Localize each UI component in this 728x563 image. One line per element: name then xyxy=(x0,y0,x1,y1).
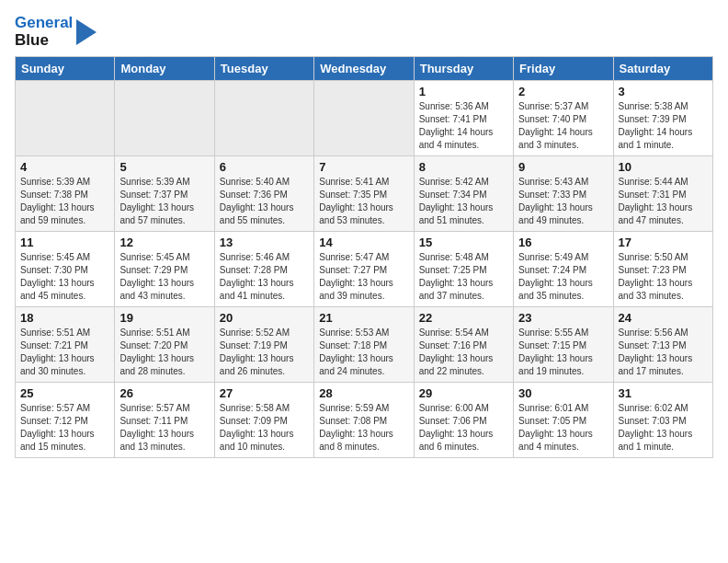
day-number: 11 xyxy=(20,236,109,249)
calendar-cell: 31Sunrise: 6:02 AMSunset: 7:03 PMDayligh… xyxy=(613,383,712,458)
calendar-cell: 21Sunrise: 5:53 AMSunset: 7:18 PMDayligh… xyxy=(314,307,414,383)
calendar-cell: 2Sunrise: 5:37 AMSunset: 7:40 PMDaylight… xyxy=(514,81,613,156)
calendar-cell: 23Sunrise: 5:55 AMSunset: 7:15 PMDayligh… xyxy=(514,307,613,383)
day-number: 2 xyxy=(518,85,608,98)
day-info: Sunrise: 5:55 AMSunset: 7:15 PMDaylight:… xyxy=(518,327,608,378)
calendar-cell: 7Sunrise: 5:41 AMSunset: 7:35 PMDaylight… xyxy=(314,156,414,232)
day-info: Sunrise: 6:00 AMSunset: 7:06 PMDaylight:… xyxy=(419,402,508,454)
day-info: Sunrise: 5:45 AMSunset: 7:30 PMDaylight:… xyxy=(20,251,109,303)
calendar-cell: 28Sunrise: 5:59 AMSunset: 7:08 PMDayligh… xyxy=(314,383,414,458)
weekday-header-friday: Friday xyxy=(514,57,613,81)
logo-arrow-icon xyxy=(76,19,97,45)
day-number: 24 xyxy=(619,311,708,325)
calendar-cell: 4Sunrise: 5:39 AMSunset: 7:38 PMDaylight… xyxy=(16,156,115,232)
logo-wrapper: General Blue xyxy=(15,15,97,49)
header: General Blue xyxy=(15,15,713,49)
day-number: 1 xyxy=(419,85,508,98)
day-info: Sunrise: 5:59 AMSunset: 7:08 PMDaylight:… xyxy=(319,402,408,454)
day-number: 3 xyxy=(619,85,708,98)
day-info: Sunrise: 5:50 AMSunset: 7:23 PMDaylight:… xyxy=(619,251,708,303)
day-info: Sunrise: 5:57 AMSunset: 7:11 PMDaylight:… xyxy=(119,402,209,454)
day-number: 7 xyxy=(319,160,408,174)
day-info: Sunrise: 5:41 AMSunset: 7:35 PMDaylight:… xyxy=(319,176,408,227)
day-number: 27 xyxy=(220,386,309,400)
calendar-cell: 14Sunrise: 5:47 AMSunset: 7:27 PMDayligh… xyxy=(314,232,414,307)
calendar-table: SundayMondayTuesdayWednesdayThursdayFrid… xyxy=(15,56,713,458)
calendar-cell xyxy=(214,81,313,156)
day-number: 12 xyxy=(119,236,209,249)
day-info: Sunrise: 5:52 AMSunset: 7:19 PMDaylight:… xyxy=(220,327,309,378)
day-number: 25 xyxy=(20,386,109,400)
calendar-cell: 18Sunrise: 5:51 AMSunset: 7:21 PMDayligh… xyxy=(16,307,115,383)
day-info: Sunrise: 5:36 AMSunset: 7:41 PMDaylight:… xyxy=(419,100,508,152)
day-info: Sunrise: 5:58 AMSunset: 7:09 PMDaylight:… xyxy=(220,402,309,454)
logo-text: General Blue xyxy=(15,15,97,49)
calendar-cell: 26Sunrise: 5:57 AMSunset: 7:11 PMDayligh… xyxy=(115,383,214,458)
day-number: 28 xyxy=(319,386,408,400)
calendar-cell: 6Sunrise: 5:40 AMSunset: 7:36 PMDaylight… xyxy=(214,156,313,232)
day-number: 23 xyxy=(518,311,608,325)
day-number: 31 xyxy=(619,386,708,400)
week-row-2: 4Sunrise: 5:39 AMSunset: 7:38 PMDaylight… xyxy=(16,156,713,232)
calendar-cell: 15Sunrise: 5:48 AMSunset: 7:25 PMDayligh… xyxy=(414,232,513,307)
calendar-cell: 27Sunrise: 5:58 AMSunset: 7:09 PMDayligh… xyxy=(214,383,313,458)
calendar-cell: 30Sunrise: 6:01 AMSunset: 7:05 PMDayligh… xyxy=(514,383,613,458)
calendar-cell: 25Sunrise: 5:57 AMSunset: 7:12 PMDayligh… xyxy=(16,383,115,458)
day-number: 16 xyxy=(518,236,608,249)
day-number: 18 xyxy=(20,311,109,325)
day-info: Sunrise: 5:47 AMSunset: 7:27 PMDaylight:… xyxy=(319,251,408,303)
day-number: 29 xyxy=(419,386,508,400)
day-info: Sunrise: 5:45 AMSunset: 7:29 PMDaylight:… xyxy=(119,251,209,303)
calendar-cell: 9Sunrise: 5:43 AMSunset: 7:33 PMDaylight… xyxy=(514,156,613,232)
day-number: 20 xyxy=(220,311,309,325)
day-info: Sunrise: 5:43 AMSunset: 7:33 PMDaylight:… xyxy=(518,176,608,227)
day-number: 19 xyxy=(119,311,209,325)
calendar-cell xyxy=(16,81,115,156)
day-number: 14 xyxy=(319,236,408,249)
day-info: Sunrise: 5:56 AMSunset: 7:13 PMDaylight:… xyxy=(619,327,708,378)
day-number: 5 xyxy=(119,160,209,174)
week-row-5: 25Sunrise: 5:57 AMSunset: 7:12 PMDayligh… xyxy=(16,383,713,458)
day-number: 13 xyxy=(220,236,309,249)
calendar-cell: 5Sunrise: 5:39 AMSunset: 7:37 PMDaylight… xyxy=(115,156,214,232)
svg-marker-0 xyxy=(76,19,97,45)
week-row-3: 11Sunrise: 5:45 AMSunset: 7:30 PMDayligh… xyxy=(16,232,713,307)
day-number: 9 xyxy=(518,160,608,174)
day-info: Sunrise: 5:44 AMSunset: 7:31 PMDaylight:… xyxy=(619,176,708,227)
weekday-header-row: SundayMondayTuesdayWednesdayThursdayFrid… xyxy=(16,57,713,81)
calendar-cell: 8Sunrise: 5:42 AMSunset: 7:34 PMDaylight… xyxy=(414,156,513,232)
calendar-cell xyxy=(314,81,414,156)
day-number: 17 xyxy=(619,236,708,249)
day-info: Sunrise: 5:46 AMSunset: 7:28 PMDaylight:… xyxy=(220,251,309,303)
day-info: Sunrise: 5:51 AMSunset: 7:21 PMDaylight:… xyxy=(20,327,109,378)
weekday-header-thursday: Thursday xyxy=(414,57,513,81)
calendar-cell: 29Sunrise: 6:00 AMSunset: 7:06 PMDayligh… xyxy=(414,383,513,458)
weekday-header-saturday: Saturday xyxy=(613,57,712,81)
day-info: Sunrise: 5:51 AMSunset: 7:20 PMDaylight:… xyxy=(119,327,209,378)
calendar-cell: 16Sunrise: 5:49 AMSunset: 7:24 PMDayligh… xyxy=(514,232,613,307)
day-info: Sunrise: 5:40 AMSunset: 7:36 PMDaylight:… xyxy=(220,176,309,227)
day-info: Sunrise: 5:42 AMSunset: 7:34 PMDaylight:… xyxy=(419,176,508,227)
day-info: Sunrise: 6:02 AMSunset: 7:03 PMDaylight:… xyxy=(619,402,708,454)
day-info: Sunrise: 6:01 AMSunset: 7:05 PMDaylight:… xyxy=(518,402,608,454)
day-info: Sunrise: 5:37 AMSunset: 7:40 PMDaylight:… xyxy=(518,100,608,152)
logo-area: General Blue xyxy=(15,15,97,49)
day-info: Sunrise: 5:39 AMSunset: 7:37 PMDaylight:… xyxy=(119,176,209,227)
calendar-cell: 1Sunrise: 5:36 AMSunset: 7:41 PMDaylight… xyxy=(414,81,513,156)
week-row-4: 18Sunrise: 5:51 AMSunset: 7:21 PMDayligh… xyxy=(16,307,713,383)
day-number: 4 xyxy=(20,160,109,174)
calendar-cell: 12Sunrise: 5:45 AMSunset: 7:29 PMDayligh… xyxy=(115,232,214,307)
week-row-1: 1Sunrise: 5:36 AMSunset: 7:41 PMDaylight… xyxy=(16,81,713,156)
calendar-cell: 3Sunrise: 5:38 AMSunset: 7:39 PMDaylight… xyxy=(613,81,712,156)
day-info: Sunrise: 5:54 AMSunset: 7:16 PMDaylight:… xyxy=(419,327,508,378)
day-number: 30 xyxy=(518,386,608,400)
logo-general: General xyxy=(15,15,73,32)
day-info: Sunrise: 5:53 AMSunset: 7:18 PMDaylight:… xyxy=(319,327,408,378)
calendar-cell: 11Sunrise: 5:45 AMSunset: 7:30 PMDayligh… xyxy=(16,232,115,307)
calendar-cell: 24Sunrise: 5:56 AMSunset: 7:13 PMDayligh… xyxy=(613,307,712,383)
day-number: 8 xyxy=(419,160,508,174)
logo-blue: Blue xyxy=(15,32,73,50)
weekday-header-tuesday: Tuesday xyxy=(214,57,313,81)
day-number: 22 xyxy=(419,311,508,325)
calendar-cell: 10Sunrise: 5:44 AMSunset: 7:31 PMDayligh… xyxy=(613,156,712,232)
